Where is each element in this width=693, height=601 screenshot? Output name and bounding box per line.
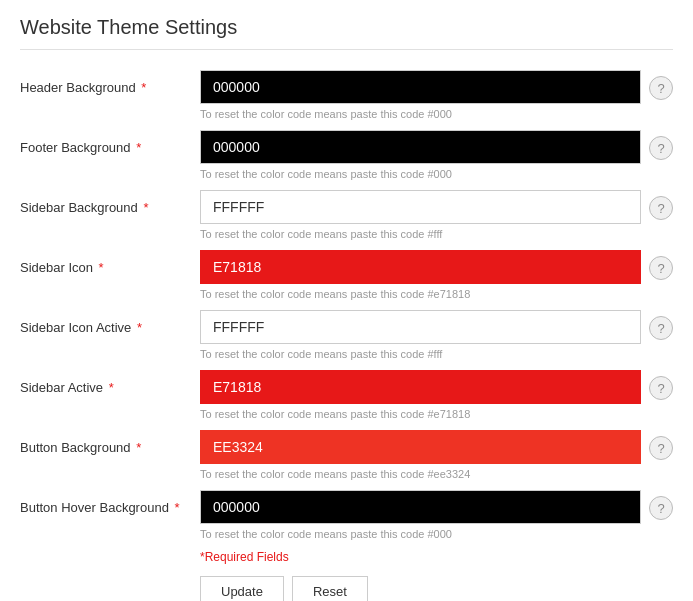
label-sidebar-icon-active: Sidebar Icon Active * — [20, 310, 200, 335]
reset-hint-button-bg: To reset the color code means paste this… — [200, 468, 673, 480]
required-star: * — [136, 440, 141, 455]
field-area-sidebar-bg: ? — [200, 190, 673, 224]
reset-hint-footer-bg: To reset the color code means paste this… — [200, 168, 673, 180]
field-row-header-bg: Header Background *? — [20, 70, 673, 104]
input-wrapper-sidebar-icon-active — [200, 310, 641, 344]
field-row-button-bg: Button Background *? — [20, 430, 673, 464]
field-row-sidebar-bg: Sidebar Background *? — [20, 190, 673, 224]
field-area-button-bg: ? — [200, 430, 673, 464]
field-row-button-hover-bg: Button Hover Background *? — [20, 490, 673, 524]
input-wrapper-footer-bg — [200, 130, 641, 164]
required-star: * — [109, 380, 114, 395]
label-button-hover-bg: Button Hover Background * — [20, 490, 200, 515]
button-row: Update Reset — [200, 576, 673, 601]
required-star: * — [143, 200, 148, 215]
field-area-sidebar-icon-active: ? — [200, 310, 673, 344]
help-button-sidebar-icon-active[interactable]: ? — [649, 316, 673, 340]
field-area-sidebar-icon: ? — [200, 250, 673, 284]
reset-hint-header-bg: To reset the color code means paste this… — [200, 108, 673, 120]
input-wrapper-sidebar-bg — [200, 190, 641, 224]
reset-button[interactable]: Reset — [292, 576, 368, 601]
settings-page: Website Theme Settings Header Background… — [0, 0, 693, 601]
required-star: * — [99, 260, 104, 275]
page-title: Website Theme Settings — [20, 16, 673, 50]
color-input-sidebar-bg[interactable] — [200, 190, 641, 224]
required-star: * — [141, 80, 146, 95]
input-wrapper-sidebar-active — [200, 370, 641, 404]
help-button-header-bg[interactable]: ? — [649, 76, 673, 100]
help-button-button-hover-bg[interactable]: ? — [649, 496, 673, 520]
field-area-footer-bg: ? — [200, 130, 673, 164]
field-row-sidebar-icon: Sidebar Icon *? — [20, 250, 673, 284]
field-area-button-hover-bg: ? — [200, 490, 673, 524]
input-wrapper-sidebar-icon — [200, 250, 641, 284]
color-input-footer-bg[interactable] — [200, 130, 641, 164]
color-input-sidebar-icon-active[interactable] — [200, 310, 641, 344]
field-row-sidebar-icon-active: Sidebar Icon Active *? — [20, 310, 673, 344]
reset-hint-sidebar-active: To reset the color code means paste this… — [200, 408, 673, 420]
help-button-sidebar-active[interactable]: ? — [649, 376, 673, 400]
help-button-sidebar-bg[interactable]: ? — [649, 196, 673, 220]
field-row-sidebar-active: Sidebar Active *? — [20, 370, 673, 404]
reset-hint-sidebar-icon: To reset the color code means paste this… — [200, 288, 673, 300]
input-wrapper-button-hover-bg — [200, 490, 641, 524]
required-star: * — [174, 500, 179, 515]
required-star: * — [137, 320, 142, 335]
input-wrapper-button-bg — [200, 430, 641, 464]
required-star: * — [136, 140, 141, 155]
color-input-button-bg[interactable] — [200, 430, 641, 464]
label-sidebar-active: Sidebar Active * — [20, 370, 200, 395]
help-button-button-bg[interactable]: ? — [649, 436, 673, 460]
reset-hint-sidebar-icon-active: To reset the color code means paste this… — [200, 348, 673, 360]
field-area-header-bg: ? — [200, 70, 673, 104]
reset-hint-sidebar-bg: To reset the color code means paste this… — [200, 228, 673, 240]
color-input-sidebar-active[interactable] — [200, 370, 641, 404]
label-header-bg: Header Background * — [20, 70, 200, 95]
color-input-sidebar-icon[interactable] — [200, 250, 641, 284]
update-button[interactable]: Update — [200, 576, 284, 601]
color-input-header-bg[interactable] — [200, 70, 641, 104]
field-row-footer-bg: Footer Background *? — [20, 130, 673, 164]
label-sidebar-bg: Sidebar Background * — [20, 190, 200, 215]
help-button-footer-bg[interactable]: ? — [649, 136, 673, 160]
label-footer-bg: Footer Background * — [20, 130, 200, 155]
help-button-sidebar-icon[interactable]: ? — [649, 256, 673, 280]
required-note: *Required Fields — [200, 550, 673, 564]
reset-hint-button-hover-bg: To reset the color code means paste this… — [200, 528, 673, 540]
label-sidebar-icon: Sidebar Icon * — [20, 250, 200, 275]
input-wrapper-header-bg — [200, 70, 641, 104]
field-area-sidebar-active: ? — [200, 370, 673, 404]
color-input-button-hover-bg[interactable] — [200, 490, 641, 524]
label-button-bg: Button Background * — [20, 430, 200, 455]
